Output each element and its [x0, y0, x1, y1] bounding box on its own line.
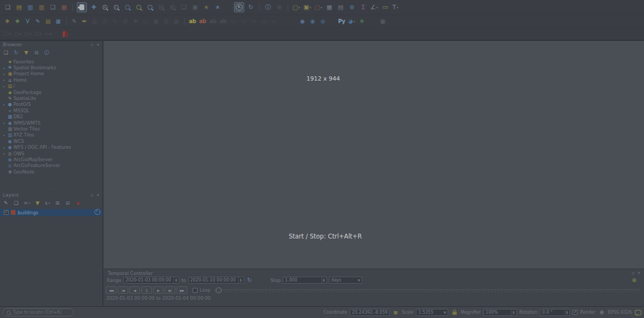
close-panel-icon[interactable]: ✕: [96, 42, 100, 47]
toggle-editing-icon[interactable]: ✎: [70, 17, 78, 25]
metasearch-icon[interactable]: ◉: [298, 17, 306, 25]
digitizing-plugin-icon[interactable]: [61, 30, 69, 38]
move-feature-icon[interactable]: ✚: [131, 17, 140, 25]
coordinate-input[interactable]: 20.24392,-8.05971: [350, 309, 390, 316]
close-panel-icon[interactable]: ✕: [96, 193, 100, 198]
loop-checkbox[interactable]: [193, 288, 197, 293]
add-vector-layer-icon[interactable]: ❖: [13, 17, 21, 25]
rectangle-tool-icon[interactable]: ▭▾: [44, 30, 52, 38]
layer-labeling-rule-icon[interactable]: ab: [199, 17, 207, 25]
zoom-next-icon[interactable]: ▸: [168, 3, 177, 12]
redo-icon[interactable]: ↻: [111, 17, 119, 25]
open-data-source-manager-icon[interactable]: ❖: [3, 17, 11, 25]
layer-row[interactable]: ✓buildings: [0, 209, 103, 216]
circle-2points-icon[interactable]: ○▾: [13, 30, 21, 38]
add-delimited-text-icon[interactable]: ▤: [44, 17, 52, 25]
show-bookmarks-icon[interactable]: ★: [213, 3, 222, 12]
combo-arrow-icon[interactable]: ▼: [356, 278, 360, 282]
browser-item-wms-wmts[interactable]: ▸◉WMS/WMTS: [0, 120, 103, 126]
pin-labels-icon[interactable]: ab: [209, 17, 217, 25]
undo-icon[interactable]: ↺: [101, 17, 109, 25]
step-back-button[interactable]: |◀: [118, 286, 128, 294]
diagram-options-icon[interactable]: ▭: [270, 17, 278, 25]
zoom-to-selection-icon[interactable]: [134, 3, 143, 12]
add-mesh-layer-icon[interactable]: ✎: [34, 17, 42, 25]
zoom-full-icon[interactable]: [123, 3, 132, 12]
close-panel-icon[interactable]: ✕: [637, 271, 641, 276]
step-input[interactable]: 1.000 ▲▼: [283, 277, 327, 284]
play-forward-button[interactable]: ▶: [153, 286, 164, 294]
step-unit-combo[interactable]: days ▼: [329, 277, 362, 284]
refresh-map-icon[interactable]: ↻: [246, 3, 255, 12]
zoom-to-layer-icon[interactable]: [145, 3, 155, 12]
browser-item-arcgisfeatureserver[interactable]: ◎ArcGisFeatureServer: [0, 163, 103, 169]
rotation-input[interactable]: 0.0 ° ▲▼: [540, 309, 570, 316]
run-feature-action-icon[interactable]: ⊛: [275, 3, 284, 12]
render-checkbox[interactable]: ✓: [573, 310, 577, 315]
add-selected-layers-icon[interactable]: ❏: [3, 49, 9, 56]
refresh-browser-icon[interactable]: ↻: [13, 49, 19, 56]
time-slider-handle[interactable]: [216, 287, 222, 293]
browser-item-favorites[interactable]: ★Favorites: [0, 59, 103, 64]
vertex-tool-icon[interactable]: ▢▾: [3, 30, 11, 38]
change-label-icon[interactable]: ▭: [250, 17, 258, 25]
new-project-icon[interactable]: ❏: [3, 3, 12, 12]
measure-icon[interactable]: ∠▾: [370, 3, 378, 12]
spin-down-icon[interactable]: ▼: [566, 313, 568, 315]
float-panel-icon[interactable]: ▫: [91, 42, 93, 47]
combo-arrow-icon[interactable]: ▼: [442, 310, 447, 314]
add-postgis-layers-icon[interactable]: ▦: [54, 17, 62, 25]
lock-scale-icon[interactable]: [451, 310, 458, 315]
add-feature-icon[interactable]: ⊞: [121, 17, 129, 25]
zoom-last-icon[interactable]: ◂: [157, 3, 166, 12]
browser-item-vector-tiles[interactable]: ▦Vector Tiles: [0, 126, 103, 132]
browser-item-wcs[interactable]: ◉WCS: [0, 138, 103, 144]
set-full-range-icon[interactable]: ↻: [247, 277, 252, 284]
open-field-calculator-icon[interactable]: ▤: [336, 3, 345, 12]
browser-item-ows[interactable]: ▸◎OWS: [0, 150, 103, 156]
browser-item-arcgismapserver[interactable]: ◉ArcGisMapServer: [0, 156, 103, 162]
spinner-arrows-icon[interactable]: ▲▼: [238, 277, 241, 283]
browser-item-project-home[interactable]: ▸▣Project Home: [0, 71, 103, 77]
diagram-icon[interactable]: ▭: [260, 17, 268, 25]
range-end-input[interactable]: 2020-01-10 00:00:00 ▲▼: [188, 277, 244, 284]
float-panel-icon[interactable]: ▫: [91, 193, 93, 198]
expand-arrow-icon[interactable]: ▸: [2, 84, 6, 88]
python-console-icon[interactable]: Py: [338, 17, 346, 25]
collapse-all-icon[interactable]: ⊟: [33, 49, 40, 56]
step-forward-button[interactable]: ▶|: [165, 286, 175, 294]
identify-features-icon[interactable]: ⓘ: [264, 3, 273, 12]
circle-3points-icon[interactable]: ○▾: [24, 30, 32, 38]
jump-to-end-button[interactable]: ▶▶: [177, 286, 187, 294]
layer-styling-icon[interactable]: ✎: [3, 200, 9, 206]
statistics-grid-icon[interactable]: ▦: [379, 17, 387, 25]
expand-arrow-icon[interactable]: ▸: [2, 78, 6, 82]
cut-features-icon[interactable]: ▣: [152, 17, 160, 25]
select-features-icon[interactable]: ▢▾: [292, 3, 301, 12]
move-label-icon[interactable]: ▭: [229, 17, 237, 25]
spin-down-icon[interactable]: ▼: [323, 280, 325, 283]
properties-widget-icon[interactable]: ⓘ: [43, 49, 50, 56]
spin-down-icon[interactable]: ▼: [175, 280, 177, 283]
expand-arrow-icon[interactable]: ▸: [2, 121, 6, 125]
filter-expression-icon[interactable]: ε▾: [45, 200, 50, 206]
jump-to-start-button[interactable]: ◀◀: [106, 286, 116, 294]
text-annotation-icon[interactable]: T▾: [392, 3, 399, 12]
map-tips-icon[interactable]: ▭: [380, 3, 390, 12]
qgis-hub-icon[interactable]: ●: [319, 17, 327, 25]
pause-button[interactable]: ||: [141, 286, 152, 294]
spinner-arrows-icon[interactable]: ▲▼: [173, 277, 177, 283]
expand-arrow-icon[interactable]: ▸: [2, 133, 6, 137]
processing-history-icon[interactable]: ◕▾: [348, 17, 356, 25]
collapse-all-layers-icon[interactable]: ⊟: [64, 200, 71, 206]
remove-layer-icon[interactable]: ▪: [75, 200, 81, 206]
extents-icon[interactable]: ▦: [392, 310, 399, 315]
browser-item-spatial-bookmarks[interactable]: ▸⚑Spatial Bookmarks: [0, 64, 103, 70]
float-panel-icon[interactable]: ▫: [632, 271, 634, 276]
play-backward-button[interactable]: ◀: [129, 286, 140, 294]
layout-manager-icon[interactable]: ▦: [60, 3, 69, 12]
add-raster-layer-icon[interactable]: V: [24, 17, 32, 25]
scale-combo[interactable]: 1:5355 ▼: [416, 309, 448, 316]
save-edits-icon[interactable]: ▥: [91, 17, 99, 25]
select-by-value-icon[interactable]: ▣▾: [303, 3, 311, 12]
